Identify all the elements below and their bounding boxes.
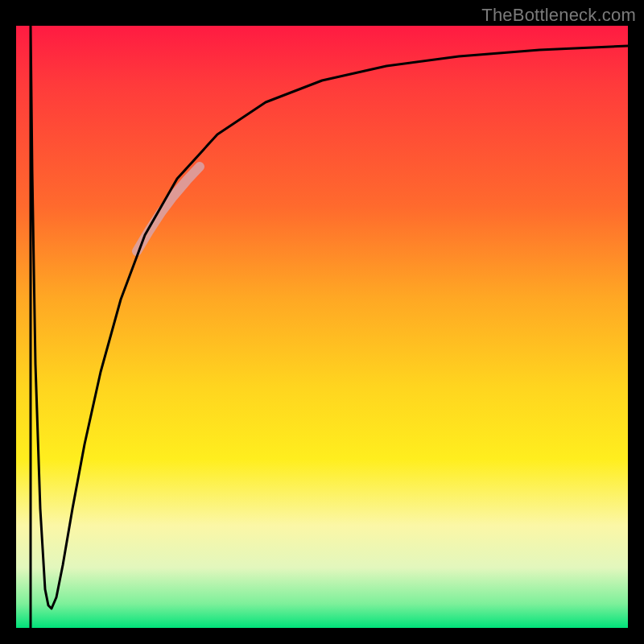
plot-area bbox=[16, 26, 628, 628]
watermark-text: TheBottleneck.com bbox=[481, 5, 636, 26]
chart-svg bbox=[16, 26, 628, 628]
highlight-segment bbox=[137, 167, 200, 251]
chart-frame: TheBottleneck.com bbox=[0, 0, 644, 644]
curve-path bbox=[31, 26, 628, 628]
